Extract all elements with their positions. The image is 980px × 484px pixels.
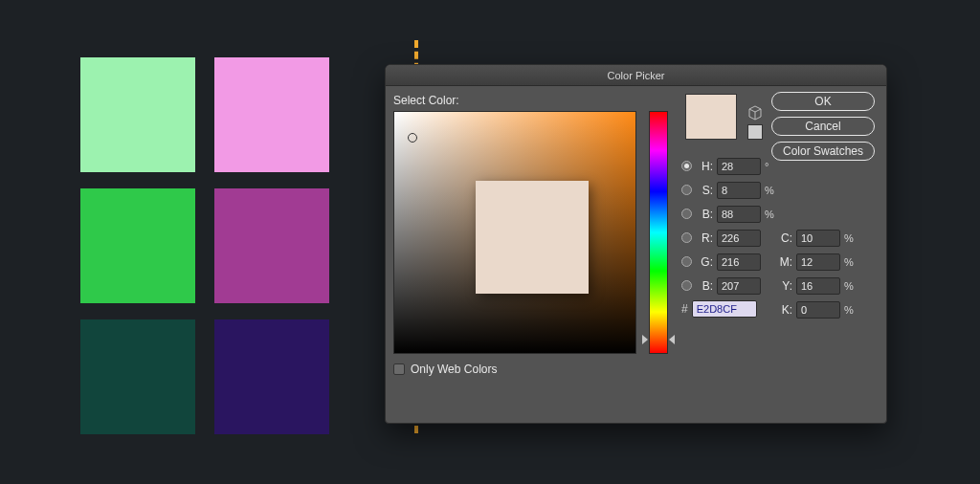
label-b-rgb: B: [696,279,713,293]
label-b-hsb: B: [696,208,713,221]
input-m[interactable] [796,253,840,271]
only-web-colors-label: Only Web Colors [411,363,497,376]
label-m: M: [777,255,792,269]
label-c: C: [777,231,792,245]
select-color-label: Select Color: [393,94,459,107]
ok-button[interactable]: OK [771,92,875,111]
swatch-6 [214,319,329,434]
input-hex[interactable] [692,300,757,318]
input-b-hsb[interactable] [717,206,761,223]
hex-row: # [681,300,757,318]
only-web-colors-checkbox[interactable]: Only Web Colors [393,363,497,376]
saturation-brightness-field[interactable] [393,111,636,354]
swatch-1 [80,57,195,172]
radio-g[interactable] [681,256,692,267]
unit-pct-y: % [844,280,854,292]
input-h[interactable] [717,158,761,175]
radio-h[interactable] [681,161,692,171]
hsb-rgb-columns: H: ° S: % B: % R: [681,157,774,295]
dialog-title: Color Picker [608,70,665,81]
radio-b-hsb[interactable] [681,209,692,219]
input-b-rgb[interactable] [717,277,761,295]
input-y[interactable] [796,277,840,295]
label-r: R: [696,231,713,245]
unit-pct-s: % [765,185,774,196]
swatch-5 [80,319,195,434]
input-r[interactable] [717,230,761,247]
label-y: Y: [777,279,792,293]
unit-deg: ° [765,161,768,172]
color-swatches-button[interactable]: Color Swatches [771,142,875,161]
input-s[interactable] [717,182,761,199]
unit-pct-b: % [765,209,774,220]
current-color-preview [685,94,737,140]
radio-b-rgb[interactable] [681,280,692,291]
dialog-buttons: OK Cancel Color Swatches [771,92,875,161]
hue-slider[interactable] [649,111,668,354]
hash-symbol: # [681,302,688,316]
cube-icon [747,105,763,121]
cmyk-column: C: % M: % Y: % K: % [777,229,854,319]
input-k[interactable] [796,301,840,319]
radio-s[interactable] [681,185,692,195]
swatch-4 [214,188,329,303]
titlebar[interactable]: Color Picker [386,65,886,86]
label-k: K: [777,303,792,317]
hsb-rgb-column: H: ° S: % B: % R: [681,157,774,295]
label-h: H: [696,160,713,173]
picker-marker [408,133,417,143]
color-picker-dialog: Color Picker Select Color: Only Web Colo… [385,64,887,424]
previous-color-swatch[interactable] [747,124,763,140]
swatch-grid [80,57,329,434]
cancel-button[interactable]: Cancel [771,117,875,136]
large-color-preview [476,181,589,294]
radio-r[interactable] [681,232,692,243]
swatch-2 [214,57,329,172]
unit-pct-k: % [844,304,854,316]
input-c[interactable] [796,230,840,247]
label-g: G: [696,255,713,269]
unit-pct-c: % [844,232,854,244]
checkbox-icon [393,363,405,375]
unit-pct-m: % [844,256,854,268]
input-g[interactable] [717,253,761,271]
swatch-3 [80,188,195,303]
label-s: S: [696,184,713,197]
